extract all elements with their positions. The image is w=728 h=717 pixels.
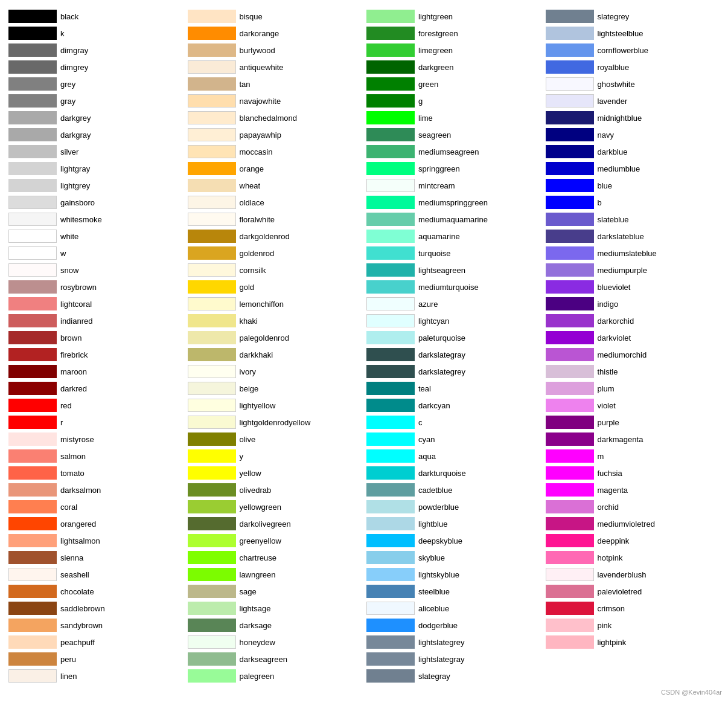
swatch-linen — [8, 669, 57, 683]
label-darkblue: darkblue — [598, 147, 628, 156]
color-item: tomato — [8, 465, 183, 481]
swatch-snow — [8, 263, 57, 277]
swatch-palegoldenrod — [188, 331, 236, 344]
color-item: seashell — [8, 567, 183, 582]
label-lightslategray: lightslategray — [418, 655, 465, 664]
label-lightcyan: lightcyan — [418, 317, 449, 326]
swatch-skyblue — [366, 551, 415, 564]
swatch-lightcyan — [366, 314, 415, 327]
color-item: lavenderblush — [546, 567, 720, 582]
label-darkviolet: darkviolet — [598, 333, 631, 342]
color-item: beige — [188, 381, 362, 396]
label-dodgerblue: dodgerblue — [418, 621, 458, 630]
label-lawngreen: lawngreen — [240, 570, 276, 579]
label-darkslategray: darkslategray — [418, 350, 465, 359]
color-item: darkgreen — [366, 59, 541, 75]
swatch-sienna — [8, 551, 57, 564]
label-c: c — [418, 418, 423, 427]
color-item: lightgoldenrodyellow — [188, 414, 362, 430]
swatch-palevioletred — [546, 585, 594, 598]
color-item: saddlebrown — [8, 600, 183, 616]
color-item: olivedrab — [188, 482, 362, 498]
color-item: salmon — [8, 448, 183, 464]
swatch-m — [546, 449, 594, 463]
swatch-limegreen — [366, 43, 415, 57]
color-item: cornflowerblue — [546, 42, 720, 58]
label-salmon: salmon — [60, 452, 86, 461]
label-tomato: tomato — [60, 469, 85, 478]
label-mediumblue: mediumblue — [598, 164, 640, 173]
swatch-blue — [546, 179, 594, 192]
swatch-darkgoldenrod — [188, 230, 236, 243]
label-blanchedalmond: blanchedalmond — [240, 114, 297, 123]
swatch-violet — [546, 399, 594, 412]
color-item: red — [8, 397, 183, 413]
swatch-honeydew — [188, 635, 236, 649]
swatch-navy — [546, 128, 594, 141]
swatch-pink — [546, 619, 594, 632]
color-item: darkgray — [8, 127, 183, 143]
color-item: black — [8, 8, 183, 24]
color-column-1: bisquedarkorangeburlywoodantiquewhitetan… — [185, 6, 365, 686]
color-item: darkviolet — [546, 330, 720, 346]
label-white: white — [60, 232, 78, 241]
label-darkgray: darkgray — [60, 130, 91, 140]
color-item: mistyrose — [8, 431, 183, 447]
color-item: darkslateblue — [546, 228, 720, 244]
swatch-springgreen — [366, 162, 415, 175]
label-darkturquoise: darkturquoise — [418, 469, 466, 478]
label-aliceblue: aliceblue — [418, 604, 449, 613]
color-item: palegoldenrod — [188, 330, 362, 346]
label-rosybrown: rosybrown — [60, 283, 97, 292]
label-lavenderblush: lavenderblush — [598, 570, 647, 579]
swatch-b — [546, 196, 594, 209]
color-item: lightgray — [8, 161, 183, 176]
label-lightseagreen: lightseagreen — [418, 266, 465, 275]
color-item: gold — [188, 279, 362, 295]
label-purple: purple — [598, 418, 619, 427]
color-item: darksalmon — [8, 482, 183, 498]
label-linen: linen — [60, 672, 77, 681]
label-mediumorchid: mediumorchid — [598, 350, 647, 359]
label-lightgrey: lightgrey — [60, 181, 90, 190]
label-tan: tan — [240, 80, 251, 89]
label-seagreen: seagreen — [418, 130, 451, 140]
color-item: mediumblue — [546, 161, 720, 176]
swatch-azure — [366, 297, 415, 310]
swatch-darkorchid — [546, 314, 594, 327]
color-item: sandybrown — [8, 617, 183, 633]
color-item: lightblue — [366, 516, 541, 532]
color-item: springgreen — [366, 161, 541, 176]
color-item: silver — [8, 144, 183, 159]
color-item: mediumslateblue — [546, 245, 720, 261]
label-orchid: orchid — [598, 503, 619, 512]
label-peru: peru — [60, 655, 76, 664]
color-item: cyan — [366, 431, 541, 447]
color-item: papayawhip — [188, 127, 362, 143]
color-item: palevioletred — [546, 584, 720, 599]
swatch-chocolate — [8, 585, 57, 598]
label-yellow: yellow — [240, 469, 261, 478]
label-lightgray: lightgray — [60, 164, 90, 173]
color-item: c — [366, 414, 541, 430]
color-item: r — [8, 414, 183, 430]
color-item: darkkhaki — [188, 347, 362, 362]
swatch-red — [8, 399, 57, 412]
color-item: lightsage — [188, 600, 362, 616]
color-item: limegreen — [366, 42, 541, 58]
label-darkgoldenrod: darkgoldenrod — [240, 232, 290, 241]
label-slategray: slategray — [418, 672, 450, 681]
swatch-darkolivegreen — [188, 517, 236, 530]
color-item: khaki — [188, 313, 362, 329]
label-maroon: maroon — [60, 367, 87, 376]
color-item: aliceblue — [366, 600, 541, 616]
label-peachpuff: peachpuff — [60, 638, 95, 647]
color-item: white — [8, 228, 183, 244]
color-item: rosybrown — [8, 279, 183, 295]
swatch-orange — [188, 162, 236, 175]
swatch-mintcream — [366, 179, 415, 192]
color-item: g — [366, 93, 541, 109]
color-item: purple — [546, 414, 720, 430]
swatch-lightsalmon — [8, 534, 57, 547]
label-blue: blue — [598, 181, 613, 190]
